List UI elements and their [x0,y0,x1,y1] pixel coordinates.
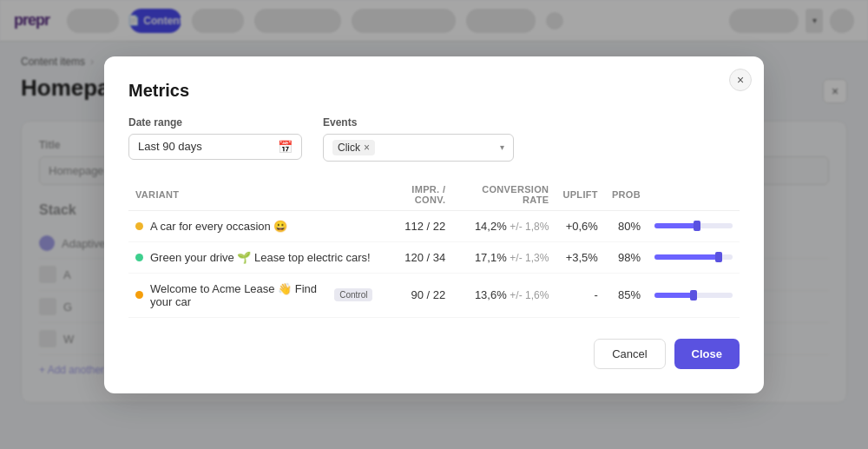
variant-dot [135,254,143,261]
modal-overlay: × Metrics Date range Last 90 days 📅 Even… [0,0,868,417]
bar-container [654,252,733,262]
conv-margin: +/- 1,6% [510,289,549,301]
uplift-cell: +3,5% [556,241,604,273]
col-header-impr-conv: IMPR. / CONV. [379,179,452,211]
variant-dot [135,222,143,230]
conv-rate-cell: 14,2% +/- 1,8% [452,210,556,241]
conv-rate-cell: 13,6% +/- 1,6% [452,273,556,317]
bar-container [654,290,733,300]
col-header-conv-rate: CONVERSION RATE [452,179,556,211]
conv-margin: +/- 1,8% [510,221,549,233]
events-group: Events Click × ▾ [323,116,514,162]
modal-footer: Cancel Close [128,339,740,369]
bar-thumb [690,290,697,300]
modal-close-x-button[interactable]: × [729,69,752,91]
variant-name: A car for every occasion 😀 [150,220,287,233]
bar-fill [654,254,719,260]
bar-thumb [715,252,722,262]
metrics-table: VARIANT IMPR. / CONV. CONVERSION RATE UP… [128,179,740,318]
bar-fill [654,293,694,298]
bar-fill [654,223,698,228]
metrics-modal: × Metrics Date range Last 90 days 📅 Even… [104,56,764,393]
event-tag: Click × [332,140,375,155]
event-tag-value: Click [338,142,360,154]
conv-rate-cell: 17,1% +/- 1,3% [452,241,556,273]
table-row: Green your drive 🌱 Lease top electric ca… [128,241,740,273]
prob-cell: 80% [605,210,648,241]
event-tag-remove[interactable]: × [364,142,370,154]
bar-cell [648,241,740,273]
prob-cell: 98% [605,241,648,273]
table-row: Welcome to Acme Lease 👋 Find your car Co… [128,273,740,317]
impr-conv-cell: 120 / 34 [379,241,452,273]
variant-cell: Green your drive 🌱 Lease top electric ca… [128,241,379,273]
variant-cell: Welcome to Acme Lease 👋 Find your car Co… [128,273,379,317]
events-input[interactable]: Click × ▾ [323,134,514,162]
bar-cell [648,273,740,317]
impr-conv-cell: 112 / 22 [379,210,452,241]
date-range-label: Date range [128,116,302,129]
bar-track [654,254,733,260]
modal-title: Metrics [128,81,740,101]
control-badge: Control [334,288,372,301]
cancel-button[interactable]: Cancel [594,339,665,369]
conv-margin: +/- 1,3% [510,252,549,264]
table-header-row: VARIANT IMPR. / CONV. CONVERSION RATE UP… [128,179,740,211]
table-row: A car for every occasion 😀 112 / 22 14,2… [128,210,740,241]
variant-dot [135,291,143,299]
variant-name: Green your drive 🌱 Lease top electric ca… [150,251,371,264]
calendar-icon: 📅 [278,140,293,154]
prob-cell: 85% [605,273,648,317]
col-header-variant: VARIANT [128,179,379,211]
events-chevron-down-icon: ▾ [500,142,504,152]
modal-filters: Date range Last 90 days 📅 Events Click ×… [128,116,740,162]
uplift-cell: - [556,273,604,317]
bar-cell [648,210,740,241]
bar-track [654,293,733,298]
variant-name: Welcome to Acme Lease 👋 Find your car [150,282,322,308]
close-button[interactable]: Close [674,339,740,369]
uplift-cell: +0,6% [556,210,604,241]
bar-thumb [694,221,700,231]
date-range-input[interactable]: Last 90 days 📅 [128,134,302,160]
col-header-uplift: UPLIFT [556,179,604,211]
date-range-group: Date range Last 90 days 📅 [128,116,302,162]
col-header-prob: PROB [605,179,648,211]
impr-conv-cell: 90 / 22 [379,273,452,317]
variant-cell: A car for every occasion 😀 [128,210,379,241]
col-header-bar [648,179,740,211]
date-range-value: Last 90 days [138,140,271,153]
bar-container [654,221,733,231]
bar-track [654,223,733,228]
events-label: Events [323,116,514,129]
